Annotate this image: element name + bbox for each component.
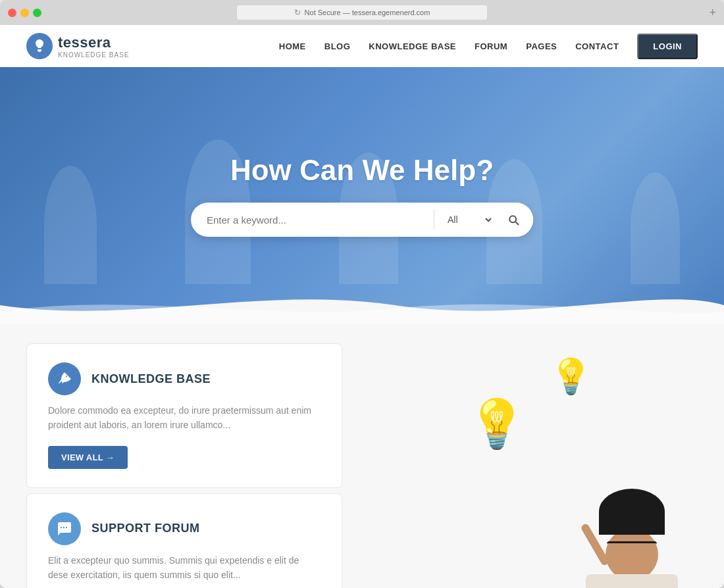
decorative-column: 💡 💡	[362, 343, 698, 588]
logo-text: tessera knowledge base	[58, 34, 129, 59]
new-tab-button[interactable]: +	[709, 6, 716, 20]
search-bar: All Knowledge Base Forum Blog	[191, 203, 533, 237]
main-content: KNOWLEDGE BASE Dolore commodo ea excepte…	[0, 324, 724, 588]
rocket-svg	[57, 371, 72, 387]
site-header: tessera knowledge base HOME BLOG KNOWLED…	[0, 25, 724, 67]
person-glasses	[607, 541, 657, 554]
logo-svg	[32, 38, 47, 54]
kb-view-all-button[interactable]: VIEW ALL →	[48, 446, 128, 469]
nav-contact[interactable]: CONTACT	[575, 41, 619, 51]
maximize-button[interactable]	[33, 9, 41, 17]
chat-icon	[48, 512, 81, 545]
sf-title: SUPPORT FORUM	[91, 522, 200, 535]
close-button[interactable]	[8, 9, 16, 17]
search-input[interactable]	[191, 214, 434, 226]
nav-pages[interactable]: PAGES	[526, 41, 557, 51]
bulb-large: 💡	[467, 396, 527, 452]
support-forum-card: SUPPORT FORUM Elit a excepteur quo summi…	[26, 493, 342, 588]
nav-blog[interactable]: BLOG	[324, 41, 351, 51]
search-icon	[507, 213, 520, 226]
main-nav: HOME BLOG KNOWLEDGE BASE FORUM PAGES CON…	[279, 34, 698, 59]
login-button[interactable]: LOGIN	[637, 34, 698, 59]
rocket-icon	[48, 362, 81, 395]
address-text: Not Secure — tessera.egemenerd.com	[305, 9, 430, 16]
browser-titlebar: ↻ Not Secure — tessera.egemenerd.com +	[0, 0, 724, 25]
search-button[interactable]	[494, 203, 533, 237]
kb-description: Dolore commodo ea excepteur, do irure pr…	[48, 403, 321, 433]
browser-window: ↻ Not Secure — tessera.egemenerd.com + t…	[0, 0, 724, 588]
logo-area: tessera knowledge base	[26, 33, 129, 59]
logo-icon	[26, 33, 53, 59]
cards-column: KNOWLEDGE BASE Dolore commodo ea excepte…	[26, 343, 342, 588]
nav-knowledge-base[interactable]: KNOWLEDGE BASE	[369, 41, 456, 51]
card-header-sf: SUPPORT FORUM	[48, 512, 321, 545]
card-header-kb: KNOWLEDGE BASE	[48, 362, 321, 395]
minimize-button[interactable]	[20, 9, 29, 17]
hero-title: How Can We Help?	[230, 154, 494, 187]
traffic-lights	[8, 9, 41, 17]
person-image	[527, 429, 698, 588]
chat-svg	[57, 521, 72, 537]
nav-home[interactable]: HOME	[279, 41, 306, 51]
search-category-select[interactable]: All Knowledge Base Forum Blog	[434, 214, 494, 226]
address-bar[interactable]: ↻ Not Secure — tessera.egemenerd.com	[237, 5, 487, 20]
person-head	[606, 528, 658, 581]
person-hair	[599, 489, 665, 535]
bulb-small: 💡	[550, 356, 592, 397]
hero-section: How Can We Help? All Knowledge Base Foru…	[0, 67, 724, 324]
sf-description: Elit a excepteur quo summis. Summis qui …	[48, 553, 321, 583]
site-wrapper: tessera knowledge base HOME BLOG KNOWLED…	[0, 25, 724, 588]
kb-title: KNOWLEDGE BASE	[91, 372, 211, 386]
hero-content: How Can We Help? All Knowledge Base Foru…	[0, 154, 724, 237]
browser-content: tessera knowledge base HOME BLOG KNOWLED…	[0, 25, 724, 588]
knowledge-base-card: KNOWLEDGE BASE Dolore commodo ea excepte…	[26, 343, 342, 488]
hero-wave	[0, 285, 724, 324]
reload-icon: ↻	[294, 8, 301, 17]
nav-forum[interactable]: FORUM	[475, 41, 507, 51]
person-body	[586, 574, 678, 588]
logo-name: tessera	[58, 34, 129, 51]
logo-sub: knowledge base	[58, 51, 129, 59]
